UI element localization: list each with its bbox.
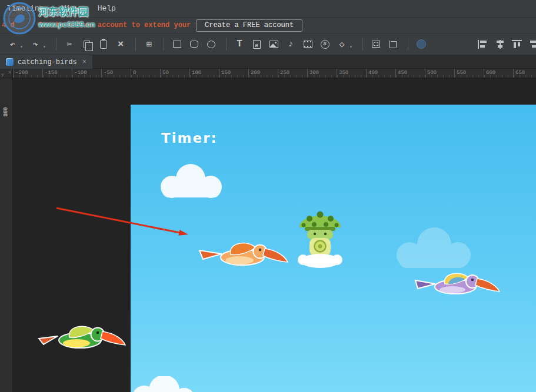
- ruler-x-label: x: [8, 69, 11, 75]
- ruler-tick-label: 400: [366, 69, 395, 78]
- ruler-tick-label: 500: [425, 69, 454, 78]
- ruler-y-label: y: [1, 72, 4, 77]
- ruler-tick-label: 650: [513, 69, 536, 78]
- preview-icon[interactable]: [414, 36, 429, 52]
- orange-bird-object[interactable]: [198, 239, 289, 269]
- trial-bar: 4 d Create a free account to extend your…: [0, 18, 536, 33]
- align-top-icon[interactable]: [512, 40, 522, 49]
- document-icon: [6, 58, 14, 66]
- undo-icon[interactable]: ↶: [5, 36, 20, 52]
- symbol-tool-icon[interactable]: S: [317, 36, 332, 52]
- ruler-tick-label: 600: [484, 69, 513, 78]
- tab-catching-birds[interactable]: catching-birds ×: [0, 55, 92, 69]
- text-tool-icon[interactable]: T: [232, 36, 247, 52]
- tab-label: catching-birds: [18, 58, 77, 66]
- menubar: TimelineViewHelp: [0, 0, 536, 18]
- toolbar: ↶ ▾ ↷ ▾ ✂ × ⊞ T H ♪ S ◇ ▾: [0, 33, 536, 55]
- ruler-tick-label: -200: [13, 69, 42, 78]
- turtle-character-object[interactable]: [296, 203, 344, 269]
- ruler-tick-label: 250: [278, 69, 307, 78]
- ruler-corner: x y: [0, 69, 13, 78]
- video-tool-icon[interactable]: [300, 36, 315, 52]
- menu-item[interactable]: Help: [98, 4, 116, 13]
- ruler-tick-label: 300: [307, 69, 337, 78]
- toolbar-separator: [135, 38, 136, 51]
- align-right-icon[interactable]: [529, 40, 536, 49]
- cloud-object[interactable]: [154, 162, 231, 201]
- timer-text-object[interactable]: Timer:: [161, 130, 218, 146]
- undo-dropdown-caret[interactable]: ▾: [20, 44, 26, 49]
- trial-days-fragment: 4 d: [2, 21, 15, 29]
- bottom-cloud-object[interactable]: [131, 376, 198, 392]
- purple-bird-object[interactable]: [414, 270, 501, 298]
- redo-icon[interactable]: ↷: [28, 36, 43, 52]
- ruler-tick-label: 150: [219, 69, 248, 78]
- delete-icon[interactable]: ×: [113, 36, 128, 52]
- insert-pane-icon[interactable]: ⊞: [141, 36, 157, 52]
- ruler-tick-label: -100: [72, 69, 101, 78]
- shapes-dropdown-caret[interactable]: ▾: [349, 44, 355, 49]
- menu-item[interactable]: Timeline: [7, 4, 44, 13]
- document-tabbar: catching-birds ×: [0, 55, 536, 69]
- toolbar-separator: [362, 38, 363, 51]
- tab-close-icon[interactable]: ×: [82, 58, 86, 66]
- stage[interactable]: Timer:: [131, 105, 536, 392]
- rectangle-tool-icon[interactable]: [169, 36, 185, 52]
- html-widget-icon[interactable]: H: [249, 36, 264, 52]
- ruler-tick-label: 100: [189, 69, 219, 78]
- green-bird-object[interactable]: [38, 321, 127, 353]
- ruler-tick-label: -50: [101, 69, 131, 78]
- align-center-icon[interactable]: [495, 40, 505, 49]
- toolbar-separator: [56, 38, 56, 51]
- cut-icon[interactable]: ✂: [62, 36, 77, 52]
- application-window: TimelineViewHelp 4 d Create a free accou…: [0, 0, 536, 392]
- canvas-area[interactable]: Timer:: [13, 78, 536, 392]
- fit-stage-icon[interactable]: [368, 36, 384, 52]
- paste-icon[interactable]: [96, 36, 111, 52]
- create-account-button[interactable]: Create a FREE account: [196, 19, 302, 32]
- ruler-tick-label: 350: [337, 69, 366, 78]
- ellipse-tool-icon[interactable]: [204, 36, 219, 52]
- more-shapes-icon[interactable]: ◇: [334, 36, 349, 52]
- ruler-tick-label: 0: [131, 69, 160, 78]
- ruler-tick-label: 50: [160, 69, 189, 78]
- rounded-rectangle-tool-icon[interactable]: [187, 36, 202, 52]
- toolbar-separator: [164, 38, 164, 51]
- ruler-tick-label: 550: [454, 69, 484, 78]
- menu-item[interactable]: View: [61, 4, 79, 13]
- faint-cloud-object[interactable]: [389, 226, 477, 273]
- trial-message: Create a free account to extend your tri…: [38, 21, 221, 29]
- ruler-tick-label: 450: [395, 69, 425, 78]
- toolbar-separator: [226, 38, 227, 51]
- ruler-tick-label: -150: [42, 69, 72, 78]
- copy-icon[interactable]: [79, 36, 94, 52]
- align-left-icon[interactable]: [478, 40, 488, 49]
- audio-tool-icon[interactable]: ♪: [283, 36, 298, 52]
- vertical-ruler: 050100150200250300350400450: [0, 78, 13, 392]
- image-tool-icon[interactable]: [266, 36, 281, 52]
- ruler-tick-label: 200: [248, 69, 278, 78]
- redo-dropdown-caret[interactable]: ▾: [43, 44, 49, 49]
- alignment-toolbar: [478, 33, 536, 55]
- toolbar-separator: [408, 38, 408, 51]
- horizontal-ruler: -200-150-100-500501001502002503003504004…: [13, 69, 536, 78]
- crop-canvas-icon[interactable]: [385, 36, 401, 52]
